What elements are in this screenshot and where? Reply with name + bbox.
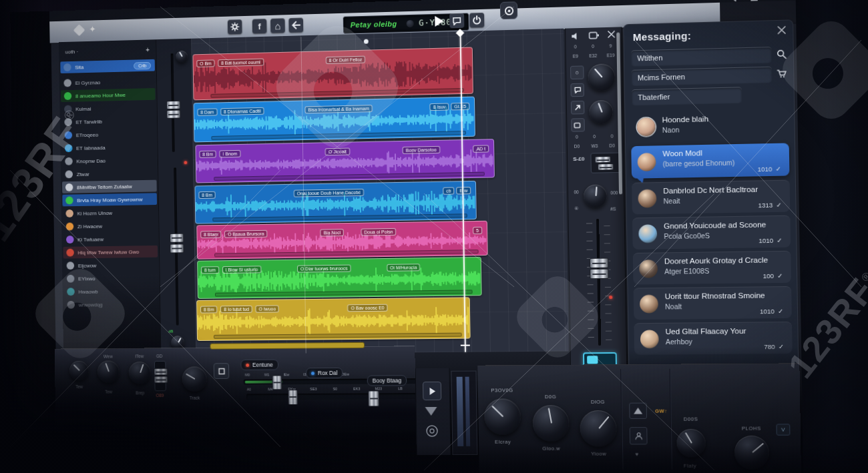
mixer-fader-handle[interactable] [166, 101, 180, 109]
clip-title-chip[interactable]: Onai tooue Doub Hane Dacotxi [294, 185, 364, 198]
clip-chip[interactable]: 8 Btam [200, 231, 221, 238]
clip-chip[interactable]: AD t [473, 145, 489, 152]
clip-chip[interactable]: 5 [473, 227, 482, 234]
filter-input[interactable]: Tbaterfier [632, 87, 742, 105]
v-button[interactable]: V [776, 424, 790, 435]
up-arrow-button[interactable] [629, 403, 647, 419]
mixer-fader-handle[interactable] [170, 244, 184, 253]
talkback-button[interactable] [630, 427, 648, 444]
cart-icon[interactable] [777, 69, 787, 78]
clip-title-chip[interactable]: O Bav ooosc E0 [347, 300, 387, 313]
big-knob[interactable] [484, 398, 521, 434]
strip-volume-handle[interactable] [590, 269, 609, 279]
bottom-knob-3[interactable] [129, 362, 151, 384]
record-button[interactable] [500, 1, 517, 19]
send-fader[interactable] [590, 153, 622, 173]
clip-title-chip[interactable]: O Diar tuorws bruroocs [297, 261, 351, 274]
dial-button[interactable] [425, 424, 439, 438]
bottom-knob-2[interactable] [97, 360, 120, 383]
clip-chip[interactable]: 8 tum [201, 266, 219, 274]
sidebar-item[interactable]: 8 anueamo Hour Mwe [61, 88, 156, 102]
strip-chat-button[interactable] [570, 83, 584, 97]
sidebar-item[interactable]: ETroqeeo [61, 127, 156, 141]
strip-knob-2[interactable] [589, 100, 613, 124]
bottom-knob-1[interactable] [69, 361, 89, 381]
lcd-knob[interactable] [406, 19, 413, 27]
conversation-item[interactable]: Woon Modl(barre gesod Ehonum)1010✓ [631, 143, 789, 178]
filter-input[interactable]: Mcims Fornen [631, 67, 772, 86]
sidebar-item[interactable]: Knopnw Dao [61, 153, 156, 167]
strip-volume-rail[interactable] [596, 219, 601, 346]
conversation-item[interactable]: Danbrlod Dc Nort BacltroarNeait1313✓ [632, 180, 790, 215]
audio-clip-blue[interactable]: 8 Dam8 Dtonamas CadtilBisa Irconartsat &… [194, 97, 475, 143]
chat-button[interactable] [449, 13, 464, 29]
mixer-fader-handle[interactable] [166, 110, 180, 119]
clip-chip[interactable]: 8 Dtonamas Cadtil [220, 107, 264, 115]
mini-slider[interactable] [154, 361, 166, 391]
conversation-item[interactable]: Hoonde blaihNaon [630, 109, 789, 142]
clip-chip[interactable]: O Bm [196, 59, 214, 67]
clip-extra-chip[interactable]: Doua oi Poisn [361, 224, 396, 237]
strip-circle-button[interactable]: ○ [570, 65, 584, 79]
clip-chip[interactable]: 8 Bat tuomot ouuml [218, 59, 264, 67]
strip-arrow-button[interactable] [571, 101, 585, 115]
clip-chip[interactable]: E w [456, 187, 471, 194]
strip-tag-button[interactable] [571, 118, 585, 132]
fader-rail[interactable] [246, 393, 422, 400]
clip-extra-chip[interactable]: Oi M/Hurocia [387, 260, 421, 272]
clip-chip[interactable]: O Iwuoo [256, 305, 279, 312]
right-knob[interactable] [734, 436, 769, 470]
audio-clip-red[interactable]: O Bm8 Bat tuomot ouuml8 Or Duiri Felloz [192, 47, 473, 100]
sidebar-item[interactable]: Kulmai [61, 101, 156, 115]
fader-handle[interactable] [288, 390, 298, 405]
sidebar-item[interactable]: Eijcwow [63, 259, 158, 272]
sidebar-item-selected[interactable]: Sita Crib [60, 59, 155, 73]
conversation-item[interactable]: Uorit ttour Rtnostrad SmoineNoalt1010✓ [634, 286, 792, 320]
mixer-fader-handle[interactable] [170, 233, 184, 243]
close-icon[interactable] [777, 26, 786, 35]
back-button[interactable] [288, 17, 303, 32]
clip-chip[interactable]: 8 Dam [197, 108, 217, 116]
fader-handle[interactable] [368, 390, 379, 406]
down-arrow-button[interactable] [425, 407, 437, 416]
sidebar-item[interactable]: Ztwar [62, 167, 157, 180]
settings-button[interactable] [228, 19, 242, 34]
audio-clip-pink[interactable]: 8 BtamO Bsaua BrursoraBia NociDoua oi Po… [196, 221, 487, 260]
play-button[interactable] [423, 382, 441, 400]
fader-handle[interactable] [272, 375, 282, 390]
tag-icon[interactable] [589, 31, 600, 39]
search-icon[interactable] [777, 49, 787, 60]
conversation-item[interactable]: Dooret Aourk Grotay d CracleAtger E1008S… [633, 251, 791, 285]
sidebar-header[interactable]: uoth · + [60, 43, 155, 57]
sidebar-item[interactable]: EYlxwo [63, 272, 158, 284]
audio-clip-yellow[interactable]: 8 Bm8 Io tutut tudO IwuooO Bav ooosc E0 [196, 297, 471, 341]
play-button[interactable] [433, 15, 444, 27]
strip-knob-3[interactable] [584, 184, 607, 207]
sidebar-item[interactable]: Ki Twtuaew [63, 232, 158, 246]
eentune-indicator[interactable]: Eentune [240, 360, 278, 370]
sidebar-add-button[interactable]: + [146, 46, 150, 53]
conversation-item[interactable]: Gnond Youicoude ad ScoonePcola Gco0eS101… [632, 215, 791, 250]
facebook-button[interactable]: f [252, 19, 267, 33]
sidebar-item[interactable]: ET Iabnaada [61, 141, 156, 155]
mixer-knob[interactable] [176, 51, 188, 63]
clip-chip[interactable]: 8 Bm [199, 151, 216, 158]
power-button[interactable] [469, 13, 484, 28]
clip-title-chip[interactable]: 8 Or Duiri Felloz [326, 52, 366, 65]
sidebar-item[interactable]: El Gyrznao [61, 75, 156, 89]
clip-chip[interactable]: I Biow Si usturlo [222, 266, 262, 274]
clip-chip[interactable]: 8 Isuv [430, 103, 449, 111]
right-knob[interactable] [676, 429, 706, 458]
big-knob[interactable] [532, 405, 569, 442]
record-arm-dot[interactable] [184, 161, 187, 164]
sidebar-item[interactable]: Ki Hozrn Ulnow [63, 206, 158, 219]
pad-button[interactable] [214, 363, 230, 379]
clip-chip[interactable]: O Bsaua Brursora [224, 230, 267, 238]
home-button[interactable]: ⌂ [270, 18, 285, 33]
sidebar-item[interactable]: Hlq trhw Twrew Iwtuw Gwo [63, 246, 158, 259]
clip-title-chip[interactable]: Bia Noci [320, 225, 345, 237]
clip-extra-chip[interactable]: Bonv Darsotoo [403, 142, 440, 155]
speaker-icon[interactable] [571, 32, 580, 40]
close-icon[interactable] [608, 31, 615, 38]
sidebar-item[interactable]: Hwaowb [63, 285, 158, 298]
